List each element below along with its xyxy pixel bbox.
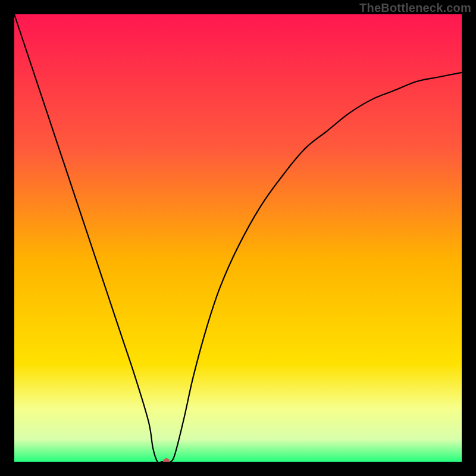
- plot-area: [14, 14, 462, 462]
- chart-frame: TheBottleneck.com: [0, 0, 476, 476]
- chart-svg: [14, 14, 462, 462]
- watermark-text: TheBottleneck.com: [359, 1, 471, 15]
- gradient-background: [14, 14, 462, 462]
